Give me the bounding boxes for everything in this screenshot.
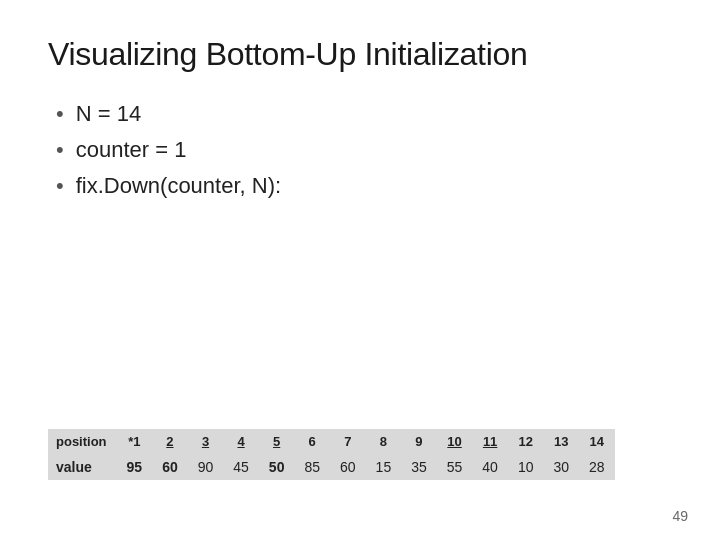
header-pos-6: 6 — [294, 429, 330, 454]
value-2: 60 — [152, 454, 188, 480]
header-pos-4: 4 — [223, 429, 259, 454]
table-header-row: position *1 2 3 4 5 6 7 8 9 10 11 12 13 … — [48, 429, 615, 454]
value-7: 60 — [330, 454, 366, 480]
header-pos-1: *1 — [117, 429, 153, 454]
table-value-row: value 95 60 90 45 50 85 60 15 35 55 40 1… — [48, 454, 615, 480]
value-13: 30 — [543, 454, 579, 480]
bullet-text-2: counter = 1 — [76, 137, 187, 163]
header-pos-5: 5 — [259, 429, 295, 454]
header-pos-11: 11 — [472, 429, 508, 454]
value-14: 28 — [579, 454, 615, 480]
bullet-list: N = 14 counter = 1 fix.Down(counter, N): — [56, 101, 672, 209]
bullet-item-1: N = 14 — [56, 101, 672, 127]
data-table-section: position *1 2 3 4 5 6 7 8 9 10 11 12 13 … — [48, 429, 672, 480]
value-5: 50 — [259, 454, 295, 480]
value-12: 10 — [508, 454, 544, 480]
value-11: 40 — [472, 454, 508, 480]
bullet-item-2: counter = 1 — [56, 137, 672, 163]
value-8: 15 — [366, 454, 402, 480]
bullet-item-3: fix.Down(counter, N): — [56, 173, 672, 199]
header-pos-3: 3 — [188, 429, 224, 454]
header-pos-14: 14 — [579, 429, 615, 454]
value-9: 35 — [401, 454, 437, 480]
bullet-text-3: fix.Down(counter, N): — [76, 173, 281, 199]
value-4: 45 — [223, 454, 259, 480]
slide-title: Visualizing Bottom-Up Initialization — [48, 36, 672, 73]
value-label: value — [48, 454, 117, 480]
header-pos-10: 10 — [437, 429, 473, 454]
header-pos-2: 2 — [152, 429, 188, 454]
header-label: position — [48, 429, 117, 454]
page-number: 49 — [672, 508, 688, 524]
header-pos-12: 12 — [508, 429, 544, 454]
value-6: 85 — [294, 454, 330, 480]
header-pos-9: 9 — [401, 429, 437, 454]
header-pos-13: 13 — [543, 429, 579, 454]
value-1: 95 — [117, 454, 153, 480]
value-10: 55 — [437, 454, 473, 480]
bullet-text-1: N = 14 — [76, 101, 141, 127]
slide: Visualizing Bottom-Up Initialization N =… — [0, 0, 720, 540]
positions-table: position *1 2 3 4 5 6 7 8 9 10 11 12 13 … — [48, 429, 615, 480]
value-3: 90 — [188, 454, 224, 480]
header-pos-8: 8 — [366, 429, 402, 454]
header-pos-7: 7 — [330, 429, 366, 454]
